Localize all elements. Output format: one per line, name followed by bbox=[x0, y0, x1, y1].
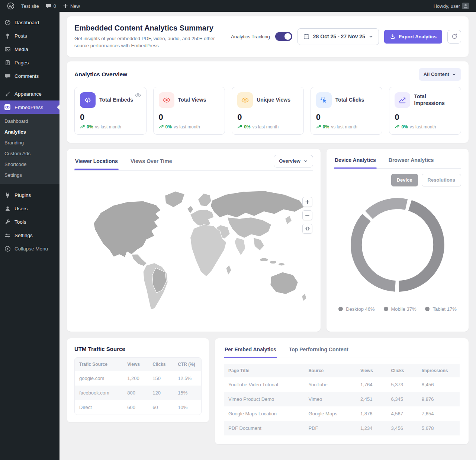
tab-browser-analytics[interactable]: Browser Analytics bbox=[388, 155, 435, 168]
sidebar-item-dashboard[interactable]: Dashboard bbox=[0, 16, 60, 29]
map-zoom-controls bbox=[302, 197, 312, 234]
sidebar-item-plugins[interactable]: Plugins bbox=[0, 188, 60, 202]
stat-card-total-views: Total Views 0 0% vs last month bbox=[153, 87, 225, 135]
settings-sliders-icon bbox=[4, 231, 11, 239]
tab-device-analytics[interactable]: Device Analytics bbox=[334, 155, 377, 168]
new-button[interactable]: New bbox=[60, 0, 83, 12]
reset-view-button[interactable] bbox=[302, 224, 312, 234]
stat-value: 0 bbox=[159, 112, 220, 122]
submenu-item-branding[interactable]: Branding bbox=[0, 137, 60, 148]
analytics-tracking-toggle[interactable] bbox=[275, 32, 292, 41]
legend-dot bbox=[425, 307, 430, 311]
site-name-link[interactable]: Test site bbox=[18, 0, 42, 12]
cell: 1,764 bbox=[356, 377, 386, 392]
trend-up-icon bbox=[237, 124, 242, 129]
new-label: New bbox=[70, 3, 80, 9]
sidebar-item-label: Comments bbox=[15, 73, 39, 79]
utm-traffic-source-card: UTM Traffic Source Trafic Source Views C… bbox=[67, 338, 209, 422]
zoom-in-button[interactable] bbox=[302, 197, 312, 207]
tab-per-embed-analytics[interactable]: Per Embed Analytics bbox=[224, 344, 277, 358]
stat-compare: vs last month bbox=[174, 124, 200, 130]
home-icon bbox=[305, 226, 310, 231]
table-row: facebook.com 800 120 15% bbox=[75, 386, 201, 400]
tab-views-over-time[interactable]: Views Over Time bbox=[130, 156, 173, 169]
tab-top-performing-content[interactable]: Top Performing Content bbox=[288, 344, 349, 358]
collapse-arrow-icon bbox=[4, 245, 11, 252]
date-range-value: 28 Oct 25 - 27 Nov 25 bbox=[313, 33, 365, 39]
sidebar-item-label: Posts bbox=[15, 33, 27, 39]
export-analytics-label: Export Analytics bbox=[399, 34, 437, 39]
trend-up-icon bbox=[395, 124, 399, 129]
sidebar-item-comments[interactable]: Comments bbox=[0, 69, 60, 83]
tab-viewer-locations[interactable]: Viewer Locations bbox=[74, 156, 119, 169]
cell: Direct bbox=[75, 400, 123, 415]
column-header: Clicks bbox=[386, 364, 417, 377]
sidebar-item-pages[interactable]: Pages bbox=[0, 56, 60, 69]
cell: Google Maps bbox=[304, 406, 356, 421]
legend-item-desktop: Desktop 46% bbox=[338, 306, 374, 312]
content-filter-dropdown[interactable]: All Content bbox=[419, 68, 461, 81]
sidebar-item-label: Pages bbox=[15, 60, 29, 66]
chevron-down-icon bbox=[369, 34, 373, 39]
trend-up-icon bbox=[159, 124, 164, 129]
cell: PDF bbox=[304, 421, 356, 435]
world-map[interactable] bbox=[74, 178, 313, 328]
sidebar-item-settings[interactable]: Settings bbox=[0, 229, 60, 242]
stat-compare: vs last month bbox=[253, 124, 279, 130]
table-row: Google Maps Location Google Maps 1,876 4… bbox=[224, 406, 460, 421]
table-row: Vimeo Product Demo Vimeo 2,451 6,345 9,8… bbox=[224, 392, 460, 406]
sidebar-item-posts[interactable]: Posts bbox=[0, 29, 60, 42]
refresh-icon bbox=[451, 33, 458, 40]
sidebar-item-users[interactable]: Users bbox=[0, 202, 60, 215]
sidebar-separator bbox=[0, 83, 60, 87]
sidebar-item-collapse-menu[interactable]: Collapse Menu bbox=[0, 242, 60, 255]
cell: 600 bbox=[123, 400, 148, 415]
views-eye-icon bbox=[159, 92, 174, 108]
embedpress-icon bbox=[4, 103, 11, 111]
stat-delta: 0% bbox=[87, 124, 93, 130]
submenu-item-dashboard[interactable]: Dashboard bbox=[0, 116, 60, 127]
cell: facebook.com bbox=[75, 386, 123, 400]
cell: 1,876 bbox=[356, 406, 386, 421]
comments-bubble[interactable]: 0 bbox=[42, 0, 60, 12]
sidebar-item-embedpress[interactable]: EmbedPress bbox=[0, 100, 60, 114]
chevron-down-icon bbox=[452, 72, 456, 77]
cell: 1,200 bbox=[123, 371, 148, 386]
cell: 6,345 bbox=[386, 392, 417, 406]
date-range-picker[interactable]: 28 Oct 25 - 27 Nov 25 bbox=[298, 28, 379, 45]
sidebar-item-media[interactable]: Media bbox=[0, 42, 60, 56]
legend-dot bbox=[338, 307, 343, 311]
resolutions-button[interactable]: Resolutions bbox=[422, 174, 461, 186]
wordpress-logo-icon[interactable] bbox=[4, 0, 18, 12]
submenu-item-shortcode[interactable]: Shortcode bbox=[0, 159, 60, 170]
analytics-summary-header-card: Embedded Content Analytics Summary Get i… bbox=[67, 16, 469, 57]
submenu-item-analytics[interactable]: Analytics bbox=[0, 127, 60, 137]
sidebar-item-appearance[interactable]: Appearance bbox=[0, 87, 60, 100]
column-header: Trafic Source bbox=[75, 358, 123, 371]
active-menu-arrow bbox=[54, 105, 60, 110]
stat-label: Total Views bbox=[178, 97, 206, 103]
refresh-button[interactable] bbox=[447, 30, 461, 44]
device-button[interactable]: Device bbox=[391, 174, 418, 186]
chevron-down-icon bbox=[303, 159, 308, 163]
stat-value: 0 bbox=[316, 112, 377, 122]
submenu-item-settings[interactable]: Settings bbox=[0, 170, 60, 181]
admin-sidebar: Dashboard Posts Media Pages Comments App… bbox=[0, 12, 60, 460]
zoom-out-button[interactable] bbox=[302, 210, 312, 220]
cell: PDF Document bbox=[224, 421, 304, 435]
map-overview-dropdown[interactable]: Overview bbox=[274, 155, 313, 167]
submenu-item-custom-ads[interactable]: Custom Ads bbox=[0, 148, 60, 159]
cell: 60 bbox=[148, 400, 173, 415]
sidebar-item-tools[interactable]: Tools bbox=[0, 215, 60, 229]
export-analytics-button[interactable]: Export Analytics bbox=[384, 30, 442, 44]
click-pointer-icon bbox=[316, 92, 332, 108]
stat-card-total-impressions: Total Impressions 0 0% vs last month bbox=[389, 87, 461, 135]
stat-compare: vs last month bbox=[410, 124, 436, 130]
cell: YouTube Video Tutorial bbox=[224, 377, 304, 392]
stat-label: Total Impressions bbox=[414, 93, 449, 106]
howdy-user-menu[interactable]: Howdy, user bbox=[430, 0, 472, 12]
viewer-locations-card: Viewer Locations Views Over Time Overvie… bbox=[67, 149, 321, 332]
stat-compare: vs last month bbox=[331, 124, 357, 130]
eye-icon[interactable] bbox=[135, 92, 141, 100]
table-row: PDF Document PDF 1,234 3,456 5,678 bbox=[224, 421, 460, 435]
